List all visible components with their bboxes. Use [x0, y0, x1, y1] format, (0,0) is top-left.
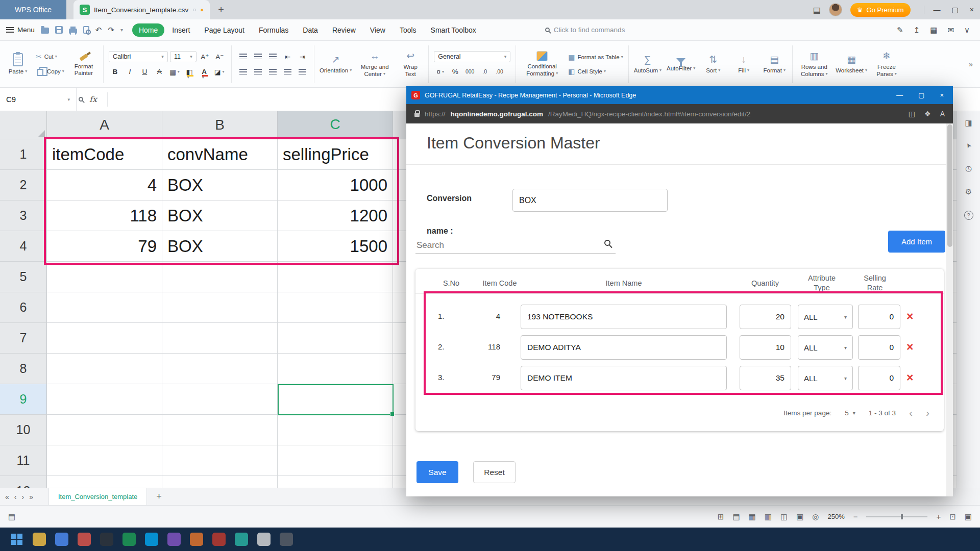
avatar[interactable]	[829, 3, 842, 16]
select-all-corner[interactable]	[0, 111, 47, 139]
borders-button[interactable]: ▦	[168, 66, 181, 78]
row-header[interactable]: 1	[0, 139, 47, 170]
item-name-input[interactable]	[521, 335, 727, 360]
cell[interactable]	[162, 476, 278, 488]
cell[interactable]	[47, 445, 162, 476]
column-header-b[interactable]: B	[162, 111, 278, 139]
taskbar-icon[interactable]	[100, 533, 113, 546]
row-header[interactable]: 4	[0, 231, 47, 262]
select-tool-icon[interactable]: ➤	[964, 141, 973, 150]
cell[interactable]	[47, 415, 162, 445]
decrease-indent-button[interactable]: ⇤	[281, 51, 294, 62]
decrease-font-button[interactable]: A⁻	[213, 51, 226, 62]
delete-row-button[interactable]: ×	[906, 340, 913, 354]
freeze-panes-button[interactable]: ❄ Freeze Panes	[872, 51, 901, 77]
italic-button[interactable]: I	[124, 66, 136, 78]
taskbar-icon[interactable]	[235, 533, 248, 546]
font-name-select[interactable]: Calibri▾	[109, 51, 168, 62]
cell-c2[interactable]: 1000	[278, 170, 393, 201]
add-item-button[interactable]: Add Item	[888, 231, 945, 253]
tab-tools[interactable]: Tools	[393, 23, 423, 37]
print-icon[interactable]	[69, 29, 77, 34]
cell[interactable]	[47, 476, 162, 488]
zoom-level[interactable]: 250%	[827, 513, 844, 520]
zoom-slider-knob[interactable]	[901, 514, 903, 519]
align-right-button[interactable]	[266, 66, 279, 78]
tab-formulas[interactable]: Formulas	[252, 23, 295, 37]
items-per-page-select[interactable]: 5▾	[845, 409, 855, 417]
tab-page-layout[interactable]: Page Layout	[198, 23, 251, 37]
edge-close-button[interactable]: ×	[940, 91, 944, 99]
cell[interactable]	[278, 323, 393, 354]
delete-row-button[interactable]: ×	[906, 371, 913, 385]
row-header[interactable]: 6	[0, 292, 47, 323]
start-button[interactable]	[11, 534, 16, 539]
sidebar-toggle-icon[interactable]: ◨	[965, 118, 972, 128]
cell-c1[interactable]: sellingPrice	[278, 139, 393, 170]
more-ribbon-button[interactable]: »	[969, 60, 975, 68]
close-button[interactable]: ×	[970, 6, 974, 14]
cell[interactable]	[162, 354, 278, 384]
fx-icon[interactable]: fx	[85, 94, 101, 104]
document-tab[interactable]: S Item_Conversion_template.csv ○ ●	[74, 0, 210, 19]
cell-b1[interactable]: convName	[162, 139, 278, 170]
cell[interactable]	[278, 354, 393, 384]
zoom-in-button[interactable]: +	[936, 512, 941, 521]
taskbar-icon[interactable]	[190, 533, 203, 546]
next-page-button[interactable]: ›	[926, 408, 929, 418]
redo-icon[interactable]: ↷	[108, 26, 114, 35]
tab-data[interactable]: Data	[296, 23, 325, 37]
delete-row-button[interactable]: ×	[906, 310, 913, 323]
align-top-button[interactable]	[237, 51, 250, 62]
split-screen-icon[interactable]: ◫	[909, 110, 915, 118]
cell-a1[interactable]: itemCode	[47, 139, 162, 170]
column-header-c[interactable]: C	[278, 111, 393, 139]
share-icon[interactable]: ↥	[914, 26, 920, 35]
increase-decimal-button[interactable]: .00	[493, 66, 506, 78]
attribute-type-select[interactable]: ALL▾	[798, 305, 853, 329]
comment-icon[interactable]: ✉	[947, 26, 954, 35]
align-middle-button[interactable]	[252, 51, 264, 62]
cell[interactable]	[278, 292, 393, 323]
go-premium-button[interactable]: ♛ Go Premium	[850, 3, 911, 17]
taskbar-icon[interactable]	[257, 533, 271, 546]
cell[interactable]	[278, 476, 393, 488]
selling-rate-input[interactable]	[858, 366, 900, 390]
tab-pin-icon[interactable]: ○	[192, 6, 196, 13]
cell[interactable]	[278, 262, 393, 292]
print-preview-icon[interactable]	[83, 26, 89, 34]
zoom-formula-icon[interactable]	[77, 97, 85, 102]
selling-rate-input[interactable]	[858, 305, 900, 329]
conditional-formatting-button[interactable]: Conditional Formatting	[521, 51, 563, 77]
cell[interactable]	[278, 445, 393, 476]
fullscreen-icon[interactable]: ▣	[965, 512, 972, 521]
cell-a2[interactable]: 4	[47, 170, 162, 201]
add-sheet-button[interactable]: +	[156, 491, 162, 502]
taskbar-icon[interactable]	[280, 533, 293, 546]
bold-button[interactable]: B	[109, 66, 121, 78]
justify-button[interactable]	[281, 66, 294, 78]
cell[interactable]	[162, 445, 278, 476]
cut-button[interactable]: ✂Cut	[36, 53, 64, 61]
eye-protect-icon[interactable]: ◎	[812, 512, 819, 521]
read-aloud-icon[interactable]: A	[940, 110, 945, 118]
quantity-input[interactable]	[740, 366, 791, 390]
cell[interactable]	[47, 384, 162, 415]
taskbar-icon[interactable]	[145, 533, 158, 546]
autosum-button[interactable]: ∑ AutoSum	[634, 54, 662, 74]
open-file-icon[interactable]	[41, 28, 49, 34]
edit-mode-icon[interactable]: ✎	[897, 26, 903, 35]
cell[interactable]	[162, 262, 278, 292]
cell[interactable]	[162, 415, 278, 445]
percent-style-button[interactable]: %	[449, 66, 461, 78]
sort-button[interactable]: ⇅ Sort	[700, 54, 726, 74]
rows-and-columns-button[interactable]: ▥ Rows and Columns	[798, 51, 830, 77]
attribute-type-select[interactable]: ALL▾	[798, 335, 853, 360]
item-search-input[interactable]	[415, 237, 616, 254]
prev-page-button[interactable]: ‹	[909, 408, 913, 418]
cell[interactable]	[47, 262, 162, 292]
cell[interactable]	[47, 292, 162, 323]
cell[interactable]	[47, 354, 162, 384]
cell-c9-selected[interactable]	[278, 384, 393, 415]
sheet-stats-icon[interactable]: ▤	[8, 512, 15, 521]
